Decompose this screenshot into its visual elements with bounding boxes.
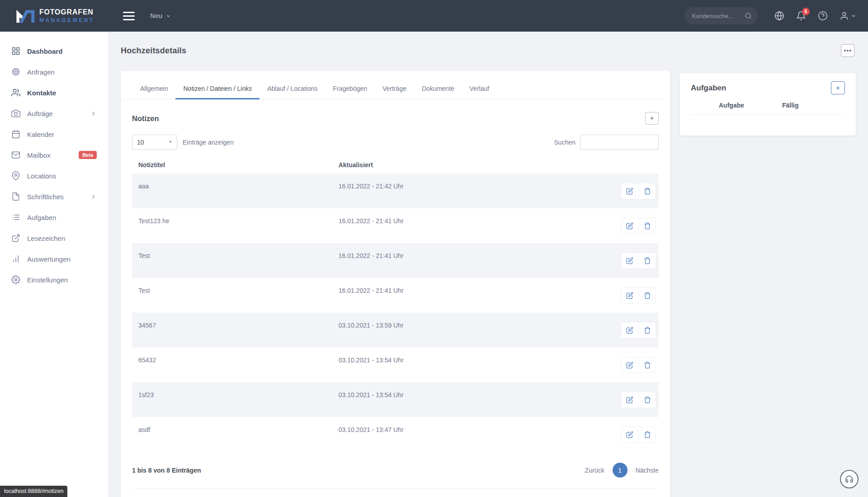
sidebar: DashboardAnfragenKontakteAufträgeKalende…	[0, 32, 108, 497]
trash-icon	[644, 188, 651, 195]
sidebar-item-label: Aufträge	[27, 110, 53, 117]
delete-note-button[interactable]	[638, 357, 656, 373]
note-updated-cell: 16.01.2022 - 21:41 Uhr	[332, 243, 604, 278]
note-updated-cell: 16.01.2022 - 21:41 Uhr	[332, 208, 604, 243]
sidebar-item-label: Auswertungen	[27, 255, 71, 263]
sidebar-item-anfragen[interactable]: Anfragen	[0, 61, 108, 82]
trash-icon	[644, 327, 651, 334]
delete-note-button[interactable]	[638, 427, 656, 443]
user-menu-button[interactable]	[840, 11, 856, 21]
note-updated-cell: 03.10.2021 - 13:54 Uhr	[332, 382, 604, 417]
chevron-down-icon	[165, 13, 171, 19]
sidebar-item-mailbox[interactable]: MailboxBeta	[0, 145, 108, 165]
page-size-select[interactable]: 10	[132, 135, 177, 150]
edit-note-button[interactable]	[621, 427, 638, 443]
sidebar-item-dashboard[interactable]: Dashboard	[0, 41, 108, 61]
sidebar-item-auswertungen[interactable]: Auswertungen	[0, 248, 108, 269]
tab-verlauf[interactable]: Verlauf	[462, 79, 497, 99]
user-icon	[840, 11, 849, 21]
customer-search[interactable]	[684, 7, 758, 24]
help-circle-icon	[818, 11, 828, 21]
sidebar-item-label: Schriftliches	[27, 193, 64, 201]
sidebar-item-einstellungen[interactable]: Einstellungen	[0, 269, 108, 290]
sidebar-item-schriftliches[interactable]: Schriftliches	[0, 186, 108, 207]
notes-card: AllgemeinNotizen / Dateien / LinksAblauf…	[121, 71, 670, 497]
tab-fragebogen[interactable]: Fragebögen	[326, 79, 375, 99]
notes-table-header-row: Notiztitel Aktualisiert	[132, 156, 659, 173]
delete-note-button[interactable]	[638, 183, 656, 199]
search-icon	[745, 12, 752, 19]
pagination-next[interactable]: Nächste	[636, 467, 659, 474]
tab-notizen-dateien-links[interactable]: Notizen / Dateien / Links	[175, 79, 259, 99]
calendar-icon	[11, 130, 20, 139]
globe-icon	[774, 11, 784, 21]
sidebar-item-label: Aufgaben	[27, 214, 56, 221]
note-row: aaa16.01.2022 - 21:42 Uhr	[132, 173, 659, 208]
brand-logo[interactable]: FOTOGRAFEN MANAGEMENT	[0, 7, 108, 24]
settings-icon	[11, 275, 20, 284]
edit-note-button[interactable]	[621, 287, 638, 304]
edit-note-button[interactable]	[621, 253, 638, 269]
sidebar-item-kontakte[interactable]: Kontakte	[0, 82, 108, 103]
edit-note-button[interactable]	[621, 392, 638, 408]
edit-icon	[626, 292, 633, 299]
note-row: 3456703.10.2021 - 13:59 Uhr	[132, 313, 659, 347]
trash-icon	[644, 222, 651, 230]
ellipsis-icon	[844, 50, 851, 52]
tab-vertrage[interactable]: Verträge	[375, 79, 414, 99]
sidebar-item-label: Dashboard	[27, 47, 62, 55]
note-row: Test123 he16.01.2022 - 21:41 Uhr	[132, 208, 659, 243]
support-button[interactable]	[840, 470, 859, 488]
edit-icon	[626, 361, 633, 369]
sidebar-item-label: Locations	[27, 172, 56, 180]
edit-note-button[interactable]	[621, 357, 638, 373]
note-updated-cell: 16.01.2022 - 21:42 Uhr	[332, 173, 604, 208]
tasks-title: Aufgaben	[691, 84, 726, 93]
chevron-down-icon	[851, 13, 856, 19]
notifications-button[interactable]: 5	[796, 11, 806, 21]
delete-note-button[interactable]	[638, 218, 656, 234]
tasks-card: Aufgaben + Aufgabe Fällig	[680, 73, 856, 136]
tab-ablauf-locations[interactable]: Ablauf / Locations	[259, 79, 325, 99]
pagination-page-1[interactable]: 1	[613, 463, 627, 478]
brand-line2: MANAGEMENT	[39, 17, 94, 23]
neu-dropdown-button[interactable]: Neu	[150, 12, 171, 19]
add-task-button[interactable]: +	[831, 81, 845, 94]
sidebar-item-label: Kontakte	[27, 89, 56, 97]
chevron-right-icon	[90, 110, 97, 117]
edit-note-button[interactable]	[621, 218, 638, 234]
delete-note-button[interactable]	[638, 287, 656, 304]
edit-note-button[interactable]	[621, 322, 638, 338]
column-header-notiztitel[interactable]: Notiztitel	[132, 156, 332, 173]
page-title: Hochzeitsdetails	[121, 46, 186, 56]
column-header-faellig: Fällig	[782, 102, 799, 109]
sidebar-item-auftrage[interactable]: Aufträge	[0, 103, 108, 124]
delete-note-button[interactable]	[638, 253, 656, 269]
section-divider	[132, 488, 659, 489]
column-header-aktualisiert[interactable]: Aktualisiert	[332, 156, 604, 173]
pagination: Zurück 1 Nächste	[585, 463, 659, 478]
disc-icon	[11, 67, 20, 76]
sidebar-item-kalender[interactable]: Kalender	[0, 124, 108, 145]
trash-icon	[644, 257, 651, 264]
delete-note-button[interactable]	[638, 392, 656, 408]
note-title-cell: 1sf23	[132, 382, 332, 417]
sidebar-item-label: Mailbox	[27, 151, 51, 159]
sidebar-item-aufgaben[interactable]: Aufgaben	[0, 207, 108, 228]
file-icon	[11, 192, 20, 201]
note-title-cell: Test123 he	[132, 208, 332, 243]
edit-note-button[interactable]	[621, 183, 638, 199]
add-note-button[interactable]: +	[645, 112, 659, 125]
language-button[interactable]	[774, 11, 784, 21]
tab-dokumente[interactable]: Dokumente	[414, 79, 462, 99]
pagination-prev[interactable]: Zurück	[585, 467, 604, 474]
delete-note-button[interactable]	[638, 322, 656, 338]
table-search-input[interactable]	[580, 135, 659, 150]
menu-toggle-button[interactable]	[121, 8, 137, 24]
sidebar-item-locations[interactable]: Locations	[0, 165, 108, 186]
page-actions-button[interactable]	[841, 44, 854, 57]
help-button[interactable]	[818, 11, 828, 21]
sidebar-item-lesezeichen[interactable]: Lesezeichen	[0, 228, 108, 248]
tab-allgemein[interactable]: Allgemein	[132, 79, 175, 99]
note-row: 1sf2303.10.2021 - 13:54 Uhr	[132, 382, 659, 417]
